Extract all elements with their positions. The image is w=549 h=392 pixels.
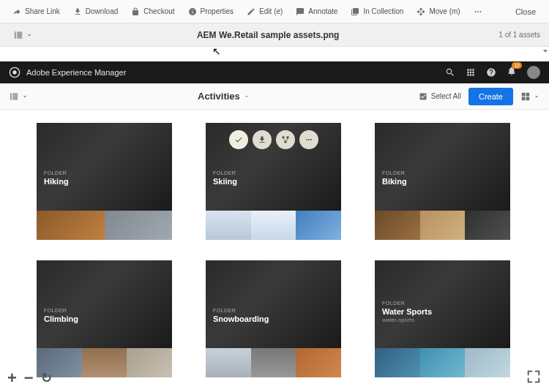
thumbnail <box>296 348 341 377</box>
annotate-button[interactable]: Annotate <box>291 4 343 19</box>
folder-card[interactable]: FOLDERSkiing <box>206 123 341 240</box>
folder-name: Biking <box>382 177 407 186</box>
grid-view-icon <box>520 91 531 102</box>
workflow-action[interactable] <box>276 130 295 149</box>
chevron-down-icon <box>26 31 33 39</box>
rail-toggle-button[interactable] <box>9 28 37 42</box>
check-action[interactable] <box>229 130 248 149</box>
help-icon[interactable] <box>486 67 496 78</box>
folder-thumbnails <box>37 211 172 240</box>
scroll-indicator <box>543 50 548 54</box>
folder-name: Hiking <box>44 177 69 186</box>
zoom-reset-button[interactable]: ↻ <box>41 370 52 386</box>
folder-type-label: FOLDER <box>382 301 432 306</box>
asset-count: 1 of 1 assets <box>498 31 540 39</box>
thumbnail <box>465 211 510 240</box>
create-button[interactable]: Create <box>468 88 513 105</box>
thumbnail <box>375 211 420 240</box>
checkout-button[interactable]: Checkout <box>126 4 179 19</box>
download-action[interactable] <box>253 130 272 149</box>
folder-thumbnails <box>206 211 341 240</box>
folder-name: Snowboarding <box>213 314 269 323</box>
folder-thumbnails <box>206 348 341 377</box>
more-icon <box>305 135 313 144</box>
move-button[interactable]: Move (m) <box>411 4 465 19</box>
content-gap: ↖ <box>0 47 549 61</box>
thumbnail <box>127 348 172 377</box>
pencil-icon <box>247 7 255 16</box>
notif-count-badge: 12 <box>512 62 522 69</box>
cursor-indicator: ↖ <box>212 45 221 57</box>
thumbnail <box>251 348 296 377</box>
thumbnail <box>82 348 127 377</box>
svg-point-6 <box>308 139 310 140</box>
thumbnail <box>206 211 251 240</box>
chevron-down-icon <box>244 94 250 99</box>
section-bar: Activities Select All Create <box>0 83 549 110</box>
close-button[interactable]: Close <box>509 4 542 19</box>
properties-icon <box>188 7 197 16</box>
chevron-down-icon <box>533 93 540 100</box>
chevron-down-icon <box>21 93 29 100</box>
folder-subtitle: water-sports <box>382 317 432 323</box>
share-icon <box>12 7 21 16</box>
thumbnail <box>37 211 105 240</box>
folder-type-label: FOLDER <box>213 308 269 313</box>
user-avatar[interactable] <box>527 66 540 79</box>
thumbnail <box>206 348 251 377</box>
thumbnail <box>251 211 296 240</box>
asset-grid: FOLDERHikingFOLDERSkiingFOLDERBikingFOLD… <box>0 110 549 391</box>
in-collection-button[interactable]: In Collection <box>346 4 408 19</box>
thumbnail <box>420 348 466 377</box>
download-icon <box>258 135 266 144</box>
thumbnail <box>420 211 466 240</box>
properties-button[interactable]: Properties <box>183 4 239 19</box>
annotate-icon <box>296 7 305 16</box>
folder-card[interactable]: FOLDERBiking <box>375 123 510 240</box>
download-button[interactable]: Download <box>68 4 123 19</box>
svg-point-4 <box>12 70 16 74</box>
folder-name: Climbing <box>44 314 78 323</box>
folder-card[interactable]: FOLDERWater Sportswater-sports <box>375 260 510 377</box>
folder-thumbnails <box>375 211 510 240</box>
more-icon <box>474 7 482 16</box>
apps-icon[interactable] <box>466 67 476 78</box>
folder-type-label: FOLDER <box>213 170 237 176</box>
more-action[interactable] <box>299 130 318 149</box>
folder-thumbnails <box>37 348 172 377</box>
search-icon[interactable] <box>445 67 455 78</box>
select-all-button[interactable]: Select All <box>419 92 461 101</box>
download-icon <box>73 7 82 16</box>
thumbnail <box>296 211 341 240</box>
panel-icon <box>13 30 23 40</box>
expand-icon <box>526 369 542 385</box>
check-icon <box>234 135 243 144</box>
thumbnail <box>375 348 420 377</box>
fullscreen-button[interactable] <box>526 369 542 385</box>
edit-button[interactable]: Edit (e) <box>242 4 288 19</box>
collection-icon <box>351 7 359 16</box>
move-icon <box>417 7 425 16</box>
zoom-in-button[interactable]: + <box>7 369 17 388</box>
asset-grid-wrapper: FOLDERHikingFOLDERSkiingFOLDERBikingFOLD… <box>0 110 549 392</box>
breadcrumb-title[interactable]: Activities <box>29 91 419 102</box>
folder-card[interactable]: FOLDERHiking <box>37 123 172 240</box>
aem-logo-icon <box>9 67 20 78</box>
folder-name: Water Sports <box>382 307 432 316</box>
card-quick-actions <box>206 130 341 149</box>
rail-toggle-inner[interactable] <box>9 91 29 102</box>
folder-type-label: FOLDER <box>44 308 78 313</box>
share-link-button[interactable]: Share Link <box>7 4 65 19</box>
svg-point-2 <box>479 11 481 12</box>
zoom-out-button[interactable]: − <box>24 369 34 388</box>
folder-card[interactable]: FOLDERClimbing <box>37 260 172 377</box>
asset-filename: AEM We.Retail sample assets.png <box>37 30 498 40</box>
more-button[interactable] <box>468 4 488 19</box>
lock-icon <box>131 7 140 16</box>
thumbnail <box>465 348 510 377</box>
notifications-button[interactable]: 12 <box>507 66 517 79</box>
checkbox-icon <box>419 92 427 101</box>
folder-type-label: FOLDER <box>44 170 69 176</box>
view-switcher[interactable] <box>520 91 540 102</box>
folder-card[interactable]: FOLDERSnowboarding <box>206 260 341 377</box>
